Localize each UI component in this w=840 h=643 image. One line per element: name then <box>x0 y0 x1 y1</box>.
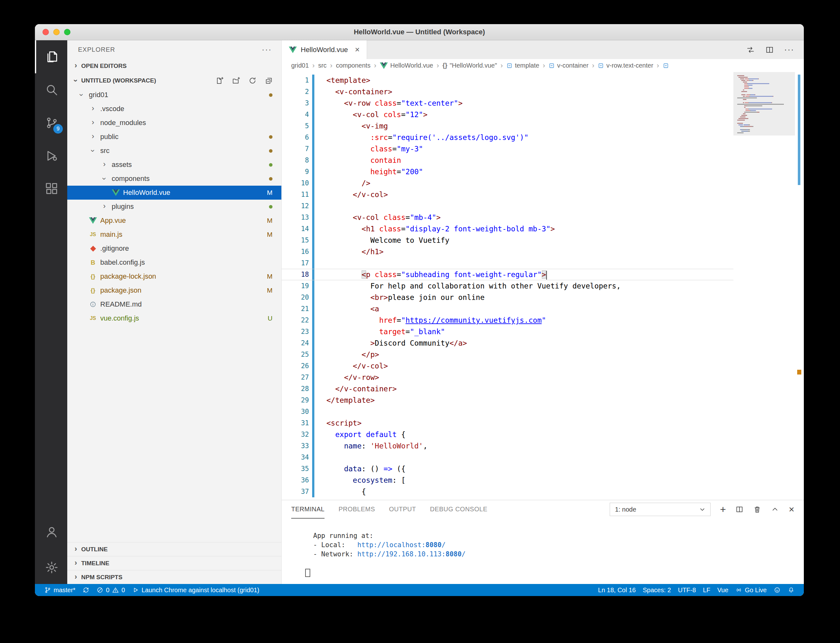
code-line-28[interactable]: 28 </v-container> <box>282 383 733 395</box>
code-line-9[interactable]: 9 height="200" <box>282 166 733 178</box>
close-panel-icon[interactable]: × <box>789 504 794 514</box>
code-line-3[interactable]: 3 <v-row class="text-center"> <box>282 98 733 109</box>
launch-config-status[interactable]: Launch Chrome against localhost (grid01) <box>129 584 263 596</box>
activity-extensions-button[interactable] <box>35 172 67 206</box>
code-line-6[interactable]: 6 :src="require('../assets/logo.svg')" <box>282 132 733 143</box>
maximize-panel-icon[interactable] <box>771 505 779 514</box>
code-line-30[interactable]: 30 <box>282 406 733 417</box>
tree-item-public[interactable]: ›public <box>67 130 282 144</box>
kill-terminal-icon[interactable] <box>753 505 761 514</box>
branch-status[interactable]: master* <box>41 584 79 596</box>
code-line-13[interactable]: 13 <v-col class="mb-4"> <box>282 212 733 223</box>
accounts-button[interactable] <box>35 516 67 548</box>
close-window-button[interactable] <box>42 29 49 35</box>
breadcrumb-item[interactable]: template <box>506 62 539 69</box>
breadcrumb-item[interactable]: v-row.text-center <box>597 62 653 69</box>
activity-source-control-button[interactable]: 9 <box>35 106 67 139</box>
panel-tab-problems[interactable]: PROBLEMS <box>339 500 375 519</box>
tree-item-node_modules[interactable]: ›node_modules <box>67 116 282 130</box>
code-line-37[interactable]: 37 { <box>282 486 733 497</box>
section-workspace[interactable]: › UNTITLED (WORKSPACE) <box>67 73 282 88</box>
split-terminal-icon[interactable] <box>735 505 744 514</box>
code-line-2[interactable]: 2 <v-container> <box>282 86 733 98</box>
section-npm-scripts[interactable]: › NPM SCRIPTS <box>67 570 282 584</box>
panel-tab-debug-console[interactable]: DEBUG CONSOLE <box>430 500 488 519</box>
tab-helloworld-vue[interactable]: HelloWorld.vue × <box>282 40 367 59</box>
notifications-status[interactable] <box>784 584 798 596</box>
code-line-15[interactable]: 15 Welcome to Vuetify <box>282 235 733 246</box>
code-line-4[interactable]: 4 <v-col cols="12"> <box>282 109 733 120</box>
more-actions-icon[interactable]: ··· <box>784 45 794 55</box>
breadcrumb-item[interactable] <box>663 62 669 69</box>
code-line-29[interactable]: 29</template> <box>282 395 733 406</box>
tree-item-README.md[interactable]: README.md <box>67 297 282 311</box>
zoom-window-button[interactable] <box>64 29 70 35</box>
tree-item-package.json[interactable]: {}package.jsonM <box>67 283 282 297</box>
code-line-32[interactable]: 32 export default { <box>282 429 733 440</box>
breadcrumb-item[interactable]: grid01 <box>291 62 309 69</box>
code-line-17[interactable]: 17 <box>282 257 733 269</box>
settings-button[interactable] <box>35 551 67 584</box>
code-line-18[interactable]: 18 <p class="subheading font-weight-regu… <box>282 269 733 280</box>
new-folder-icon[interactable] <box>232 77 240 85</box>
tree-item-grid01[interactable]: ›grid01 <box>67 88 282 102</box>
breadcrumb-item[interactable]: HelloWorld.vue <box>380 62 433 69</box>
activity-search-button[interactable] <box>35 73 67 106</box>
code-line-14[interactable]: 14 <h1 class="display-2 font-weight-bold… <box>282 223 733 235</box>
breadcrumb-item[interactable]: {}"HelloWorld.vue" <box>443 62 497 69</box>
encoding-status[interactable]: UTF-8 <box>674 584 700 596</box>
code-line-10[interactable]: 10 /> <box>282 178 733 189</box>
split-editor-icon[interactable] <box>765 46 774 54</box>
code-line-33[interactable]: 33 name: 'HelloWorld', <box>282 440 733 452</box>
terminal-content[interactable]: App running at: - Local: http://localhos… <box>282 519 804 584</box>
code-line-35[interactable]: 35 data: () => ({ <box>282 463 733 475</box>
code-editor[interactable]: 1<template>2 <v-container>3 <v-row class… <box>282 72 804 500</box>
new-terminal-icon[interactable]: + <box>720 504 726 514</box>
breadcrumb-item[interactable]: src <box>318 62 327 69</box>
activity-run-debug-button[interactable] <box>35 139 67 172</box>
panel-tab-terminal[interactable]: TERMINAL <box>291 500 324 519</box>
panel-tab-output[interactable]: OUTPUT <box>389 500 416 519</box>
minimap-slider[interactable] <box>733 72 795 135</box>
language-mode-status[interactable]: Vue <box>714 584 732 596</box>
sync-status[interactable] <box>79 584 93 596</box>
code-line-5[interactable]: 5 <v-img <box>282 120 733 132</box>
tree-item-babel.config.js[interactable]: Bbabel.config.js <box>67 256 282 269</box>
code-line-24[interactable]: 24 >Discord Community</a> <box>282 337 733 349</box>
code-line-11[interactable]: 11 </v-col> <box>282 189 733 200</box>
indentation-status[interactable]: Spaces: 2 <box>639 584 674 596</box>
eol-status[interactable]: LF <box>700 584 714 596</box>
refresh-icon[interactable] <box>248 77 257 85</box>
tree-item-HelloWorld.vue[interactable]: HelloWorld.vueM <box>67 186 282 200</box>
code-line-36[interactable]: 36 ecosystem: [ <box>282 475 733 486</box>
tree-item-.gitignore[interactable]: .gitignore <box>67 242 282 256</box>
section-open-editors[interactable]: › OPEN EDITORS <box>67 59 282 73</box>
open-changes-icon[interactable] <box>746 46 755 54</box>
code-line-34[interactable]: 34 <box>282 452 733 463</box>
code-line-31[interactable]: 31<script> <box>282 417 733 429</box>
tree-item-package-lock.json[interactable]: {}package-lock.jsonM <box>67 269 282 283</box>
collapse-all-icon[interactable] <box>265 77 273 85</box>
code-line-25[interactable]: 25 </p> <box>282 349 733 360</box>
close-tab-icon[interactable]: × <box>355 45 360 55</box>
explorer-actions-icon[interactable]: ··· <box>262 45 272 55</box>
activity-explorer-button[interactable] <box>35 40 67 73</box>
problems-status[interactable]: 0 0 <box>93 584 129 596</box>
tree-item-components[interactable]: ›components <box>67 172 282 186</box>
cursor-position-status[interactable]: Ln 18, Col 16 <box>594 584 639 596</box>
go-live-status[interactable]: Go Live <box>732 584 770 596</box>
tree-item-vue.config.js[interactable]: JSvue.config.jsU <box>67 311 282 325</box>
code-line-22[interactable]: 22 href="https://community.vuetifyjs.com… <box>282 315 733 326</box>
tree-item-main.js[interactable]: JSmain.jsM <box>67 228 282 242</box>
code-line-21[interactable]: 21 <a <box>282 303 733 315</box>
tree-item-assets[interactable]: ›assets <box>67 158 282 172</box>
tree-item-plugins[interactable]: ›plugins <box>67 200 282 214</box>
tree-item-App.vue[interactable]: App.vueM <box>67 214 282 228</box>
code-line-7[interactable]: 7 class="my-3" <box>282 143 733 155</box>
code-line-23[interactable]: 23 target="_blank" <box>282 326 733 337</box>
minimize-window-button[interactable] <box>53 29 60 35</box>
code-line-20[interactable]: 20 <br>please join our online <box>282 292 733 303</box>
section-outline[interactable]: › OUTLINE <box>67 542 282 556</box>
code-line-1[interactable]: 1<template> <box>282 75 733 86</box>
code-line-19[interactable]: 19 For help and collaboration with other… <box>282 280 733 292</box>
